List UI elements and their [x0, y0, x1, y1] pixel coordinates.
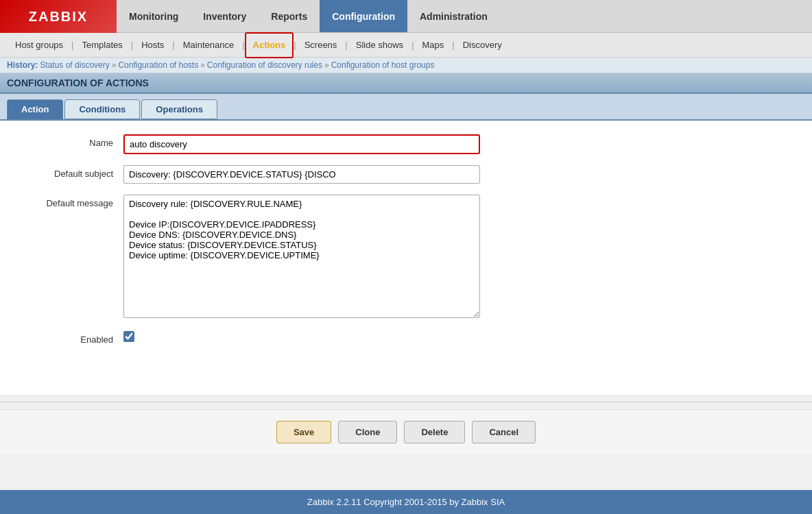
name-field-wrapper — [123, 134, 480, 154]
top-nav-item-reports[interactable]: Reports — [259, 0, 320, 32]
top-nav-item-configuration[interactable]: Configuration — [320, 0, 407, 32]
logo: ZABBIX — [0, 0, 117, 33]
message-textarea[interactable] — [123, 195, 480, 318]
button-bar: Save Clone Delete Cancel — [0, 409, 812, 454]
second-nav-item-maintenance[interactable]: Maintenance — [175, 33, 242, 58]
top-nav-item-inventory[interactable]: Inventory — [191, 0, 259, 32]
breadcrumb-sep: » — [112, 60, 117, 70]
subject-row: Default subject — [0, 165, 812, 184]
logo-text: ZABBIX — [29, 9, 88, 25]
footer-text: Zabbix 2.2.11 Copyright 2001-2015 by Zab… — [307, 497, 505, 507]
top-nav-item-monitoring[interactable]: Monitoring — [117, 0, 191, 32]
delete-button[interactable]: Delete — [404, 421, 465, 443]
top-nav: MonitoringInventoryReportsConfigurationA… — [0, 0, 812, 33]
footer: Zabbix 2.2.11 Copyright 2001-2015 by Zab… — [0, 490, 812, 514]
subject-input[interactable] — [123, 165, 480, 184]
breadcrumb-link[interactable]: Configuration of hosts — [118, 60, 198, 70]
tabs-container: ActionConditionsOperations — [0, 94, 812, 121]
subject-field-wrapper — [123, 165, 480, 184]
breadcrumb-link[interactable]: Configuration of host groups — [331, 60, 435, 70]
second-nav: Host groups | Templates | Hosts | Mainte… — [0, 33, 812, 58]
second-nav-item-actions[interactable]: Actions — [245, 32, 294, 58]
page-header: Configuration of Actions — [0, 73, 812, 94]
name-input[interactable] — [123, 134, 480, 154]
divider — [0, 402, 812, 402]
tab-conditions[interactable]: Conditions — [64, 99, 140, 119]
name-label: Name — [14, 134, 123, 148]
breadcrumb-link[interactable]: Status of discovery — [40, 60, 109, 70]
top-nav-item-administration[interactable]: Administration — [407, 0, 500, 32]
tab-action[interactable]: Action — [7, 99, 63, 119]
breadcrumb: History: Status of discovery » Configura… — [0, 58, 812, 73]
second-nav-item-slide-shows[interactable]: Slide shows — [348, 33, 411, 58]
second-nav-item-hosts[interactable]: Hosts — [133, 33, 172, 58]
second-nav-item-host-groups[interactable]: Host groups — [7, 33, 71, 58]
breadcrumb-label: History: — [7, 60, 38, 70]
second-nav-item-screens[interactable]: Screens — [296, 33, 346, 58]
clone-button[interactable]: Clone — [338, 421, 397, 443]
message-label: Default message — [14, 195, 123, 208]
cancel-button[interactable]: Cancel — [472, 421, 536, 443]
breadcrumb-sep: » — [324, 60, 329, 70]
second-nav-item-templates[interactable]: Templates — [73, 33, 130, 58]
enabled-row: Enabled — [0, 331, 812, 345]
second-nav-item-maps[interactable]: Maps — [414, 33, 453, 58]
message-field-wrapper — [123, 195, 480, 320]
enabled-checkbox[interactable] — [123, 331, 134, 342]
save-button[interactable]: Save — [276, 421, 331, 443]
name-row: Name — [0, 134, 812, 154]
tab-operations[interactable]: Operations — [141, 99, 217, 119]
enabled-field-wrapper — [123, 331, 480, 342]
enabled-label: Enabled — [14, 331, 123, 345]
form-area: Name Default subject Default message Ena… — [0, 121, 812, 395]
breadcrumb-link[interactable]: Configuration of discovery rules — [207, 60, 322, 70]
subject-label: Default subject — [14, 165, 123, 179]
message-row: Default message — [0, 195, 812, 320]
breadcrumb-sep: » — [200, 60, 205, 70]
second-nav-item-discovery[interactable]: Discovery — [455, 33, 510, 58]
